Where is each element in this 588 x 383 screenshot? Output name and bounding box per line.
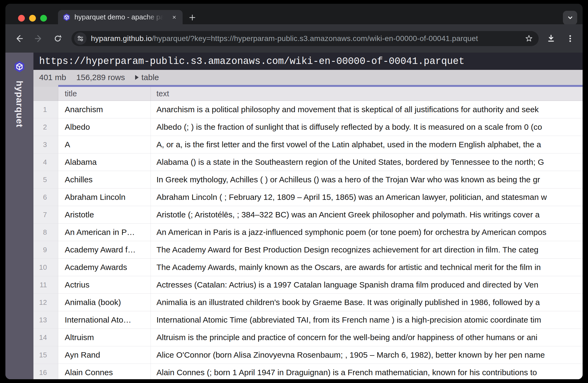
cell-text[interactable]: The Academy Awards, mainly known as the … xyxy=(151,259,583,276)
back-button[interactable] xyxy=(14,33,25,44)
table-row[interactable]: 11 Actrius Actresses (Catalan: Actrius) … xyxy=(33,276,583,294)
cell-text[interactable]: Actresses (Catalan: Actrius) is a 1997 C… xyxy=(151,276,583,293)
row-number: 8 xyxy=(33,224,58,241)
cell-text[interactable]: Altruism is the principle and practice o… xyxy=(151,329,583,346)
cell-title[interactable]: A xyxy=(58,136,151,153)
table-body[interactable]: 1 Anarchism Anarchism is a political phi… xyxy=(33,101,583,379)
browser-toolbar: hyparam.github.io/hyparquet/?key=https:/… xyxy=(5,24,583,53)
column-header-text[interactable]: text xyxy=(151,87,583,101)
hyperparam-cube-favicon-icon xyxy=(62,13,71,22)
cell-text[interactable]: Albedo (; ) is the fraction of sunlight … xyxy=(151,118,583,136)
cell-text[interactable]: The Academy Award for Best Production De… xyxy=(151,241,583,258)
table-row[interactable]: 3 A A, or a, is the first letter and the… xyxy=(33,136,583,153)
cell-title[interactable]: Ayn Rand xyxy=(58,346,151,364)
table-view-label: table xyxy=(141,73,159,82)
meta-bar: 401 mb 156,289 rows table xyxy=(33,70,583,85)
table-row[interactable]: 14 Altruism Altruism is the principle an… xyxy=(33,329,583,346)
main-panel: https://hyperparam-public.s3.amazonaws.c… xyxy=(33,53,583,379)
downloads-button[interactable] xyxy=(546,33,556,44)
cell-title[interactable]: Academy Award f… xyxy=(58,241,151,258)
browser-menu-button[interactable] xyxy=(565,33,576,44)
disclosure-triangle-icon xyxy=(135,75,139,80)
row-number: 15 xyxy=(33,346,58,364)
close-icon xyxy=(171,14,178,21)
cell-text[interactable]: Animalia is an illustrated children's bo… xyxy=(151,294,583,311)
minimize-window-button[interactable] xyxy=(29,15,36,22)
site-info-button[interactable] xyxy=(74,32,87,45)
file-url-header[interactable]: https://hyperparam-public.s3.amazonaws.c… xyxy=(33,53,583,70)
table-row[interactable]: 15 Ayn Rand Alice O'Connor (born Alisa Z… xyxy=(33,346,583,364)
tab-close-button[interactable] xyxy=(170,13,179,22)
column-header-title[interactable]: title xyxy=(58,87,151,101)
table-row[interactable]: 12 Animalia (book) Animalia is an illust… xyxy=(33,294,583,311)
table-row[interactable]: 6 Abraham Lincoln Abraham Lincoln ( ; Fe… xyxy=(33,189,583,206)
cell-title[interactable]: Alabama xyxy=(58,153,151,171)
cell-text[interactable]: Alain Connes (; born 1 April 1947 in Dra… xyxy=(151,364,583,379)
reload-icon xyxy=(52,33,63,44)
row-number: 13 xyxy=(33,311,58,329)
row-number: 5 xyxy=(33,171,58,188)
row-number: 9 xyxy=(33,241,58,258)
tab-search-button[interactable] xyxy=(563,11,577,25)
url-text[interactable]: hyparam.github.io/hyparquet/?key=https:/… xyxy=(91,34,524,43)
cell-text[interactable]: Anarchism is a political philosophy and … xyxy=(151,101,583,118)
table-row[interactable]: 13 International Ato… International Atom… xyxy=(33,311,583,329)
forward-button[interactable] xyxy=(33,33,44,44)
new-tab-button[interactable] xyxy=(185,10,200,25)
row-number: 14 xyxy=(33,329,58,346)
cell-title[interactable]: Altruism xyxy=(58,329,151,346)
cell-text[interactable]: International Atomic Time (abbreviated T… xyxy=(151,311,583,329)
cell-title[interactable]: Albedo xyxy=(58,118,151,136)
cell-title[interactable]: Animalia (book) xyxy=(58,294,151,311)
cell-title[interactable]: Anarchism xyxy=(58,101,151,118)
cell-text[interactable]: Aristotle (; Aristotélēs, ; 384–322 BC) … xyxy=(151,206,583,223)
table-row[interactable]: 2 Albedo Albedo (; ) is the fraction of … xyxy=(33,118,583,136)
table-row[interactable]: 16 Alain Connes Alain Connes (; born 1 A… xyxy=(33,364,583,379)
browser-tab[interactable]: hyparquet demo - apache par xyxy=(58,10,183,24)
table-row[interactable]: 7 Aristotle Aristotle (; Aristotélēs, ; … xyxy=(33,206,583,224)
app-content: hyparquet https://hyperparam-public.s3.a… xyxy=(5,53,583,379)
cell-text[interactable]: A, or a, is the first letter and the fir… xyxy=(151,136,583,153)
cell-text[interactable]: An American in Paris is a jazz-influence… xyxy=(151,224,583,241)
star-icon xyxy=(524,33,534,44)
cell-title[interactable]: Achilles xyxy=(58,171,151,188)
cell-text[interactable]: Alice O'Connor (born Alisa Zinovyevna Ro… xyxy=(151,346,583,364)
reload-button[interactable] xyxy=(52,33,63,44)
omnibox[interactable]: hyparam.github.io/hyparquet/?key=https:/… xyxy=(71,31,539,46)
cell-title[interactable]: Abraham Lincoln xyxy=(58,189,151,206)
row-number: 6 xyxy=(33,189,58,206)
bookmark-button[interactable] xyxy=(524,33,534,44)
table-row[interactable]: 9 Academy Award f… The Academy Award for… xyxy=(33,241,583,259)
cell-text[interactable]: Abraham Lincoln ( ; February 12, 1809 – … xyxy=(151,189,583,206)
load-progress-bar xyxy=(33,85,583,87)
zoom-window-button[interactable] xyxy=(40,15,47,22)
table-header-row: title text xyxy=(33,87,583,101)
brand-vertical-text: hyparquet xyxy=(14,81,25,127)
kebab-menu-icon xyxy=(565,33,576,44)
table-row[interactable]: 5 Achilles In Greek mythology, Achilles … xyxy=(33,171,583,189)
file-size-label: 401 mb xyxy=(39,73,66,82)
close-window-button[interactable] xyxy=(18,15,25,22)
cell-text[interactable]: Alabama () is a state in the Southeaster… xyxy=(151,153,583,171)
tune-icon xyxy=(76,34,85,43)
row-number: 4 xyxy=(33,153,58,171)
cell-title[interactable]: Aristotle xyxy=(58,206,151,223)
row-number: 11 xyxy=(33,276,58,293)
cell-title[interactable]: An American in P… xyxy=(58,224,151,241)
row-number: 16 xyxy=(33,364,58,379)
table-disclosure-toggle[interactable]: table xyxy=(135,73,159,82)
table-row[interactable]: 8 An American in P… An American in Paris… xyxy=(33,224,583,241)
cell-title[interactable]: Actrius xyxy=(58,276,151,293)
table-row[interactable]: 1 Anarchism Anarchism is a political phi… xyxy=(33,101,583,118)
cell-title[interactable]: Alain Connes xyxy=(58,364,151,379)
cell-text[interactable]: In Greek mythology, Achilles ( ) or Achi… xyxy=(151,171,583,188)
back-arrow-icon xyxy=(14,33,25,44)
cell-title[interactable]: Academy Awards xyxy=(58,259,151,276)
cell-title[interactable]: International Ato… xyxy=(58,311,151,329)
tab-title: hyparquet demo - apache par xyxy=(74,13,166,21)
row-number: 7 xyxy=(33,206,58,223)
table-row[interactable]: 4 Alabama Alabama () is a state in the S… xyxy=(33,153,583,171)
hyperparam-logo-icon[interactable] xyxy=(13,60,26,73)
table-row[interactable]: 10 Academy Awards The Academy Awards, ma… xyxy=(33,259,583,276)
url-path: /hyparquet/?key=https://hyperparam-publi… xyxy=(152,34,478,43)
